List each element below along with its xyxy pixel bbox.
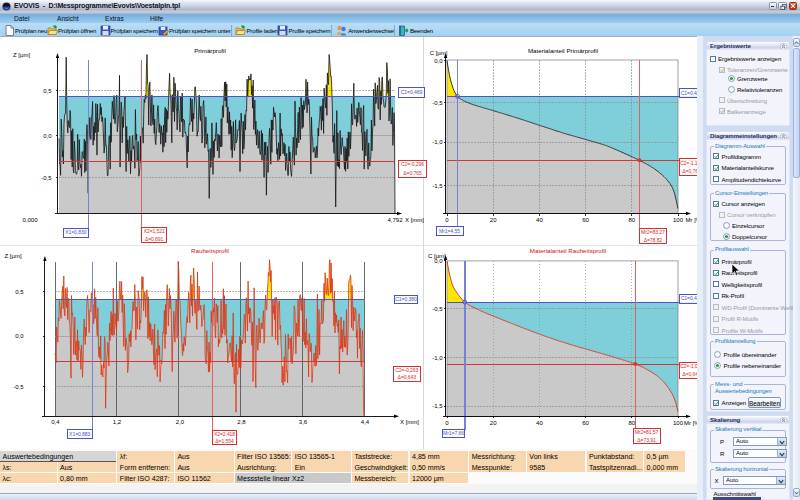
svg-text:0,0: 0,0 bbox=[434, 58, 443, 64]
svg-text:0: 0 bbox=[445, 217, 449, 223]
svg-text:40: 40 bbox=[536, 420, 543, 426]
svg-text:20: 20 bbox=[490, 217, 497, 223]
svg-text:C [µm]: C [µm] bbox=[428, 253, 446, 259]
svg-text:0,5: 0,5 bbox=[15, 289, 24, 295]
svg-text:60: 60 bbox=[582, 217, 589, 223]
svg-text:0,4: 0,4 bbox=[51, 419, 60, 425]
svg-text:60: 60 bbox=[582, 420, 589, 426]
svg-text:C2=-0,296: C2=-0,296 bbox=[401, 161, 424, 167]
svg-text:40: 40 bbox=[536, 217, 543, 223]
svg-text:X1=0,883: X1=0,883 bbox=[69, 431, 90, 437]
svg-text:Mr2=81,57: Mr2=81,57 bbox=[635, 429, 659, 435]
svg-text:Mr2=83,27: Mr2=83,27 bbox=[641, 229, 665, 235]
svg-text:-1,5: -1,5 bbox=[432, 403, 443, 409]
svg-text:Δ=0,691: Δ=0,691 bbox=[145, 236, 164, 242]
svg-text:3,6: 3,6 bbox=[299, 419, 308, 425]
svg-text:Materialanteil Primärprofil: Materialanteil Primärprofil bbox=[528, 47, 598, 54]
svg-text:X [mm]: X [mm] bbox=[405, 217, 424, 223]
svg-text:-0,5: -0,5 bbox=[432, 306, 443, 312]
svg-text:X [mm]: X [mm] bbox=[400, 419, 419, 425]
svg-text:-1,5: -1,5 bbox=[432, 183, 443, 189]
svg-text:Mr1=4,55: Mr1=4,55 bbox=[439, 228, 460, 234]
svg-text:Δ=0,765: Δ=0,765 bbox=[403, 170, 422, 176]
svg-text:-1,0: -1,0 bbox=[432, 139, 443, 145]
svg-text:Materialanteil Rauheitsprofil: Materialanteil Rauheitsprofil bbox=[530, 247, 606, 254]
svg-text:X2=2,418: X2=2,418 bbox=[214, 431, 235, 437]
svg-text:X1=0,830: X1=0,830 bbox=[65, 229, 86, 235]
svg-text:X2=1,521: X2=1,521 bbox=[144, 228, 165, 234]
svg-text:C1=0,469: C1=0,469 bbox=[401, 89, 423, 95]
svg-text:Δ=0,643: Δ=0,643 bbox=[398, 374, 417, 380]
svg-text:Mr1=7,66: Mr1=7,66 bbox=[443, 430, 464, 436]
svg-text:Δ=78,82: Δ=78,82 bbox=[644, 237, 663, 243]
svg-text:20: 20 bbox=[490, 420, 497, 426]
svg-text:-0,5: -0,5 bbox=[432, 100, 443, 106]
svg-text:0: 0 bbox=[445, 420, 449, 426]
svg-text:100: 100 bbox=[673, 420, 684, 426]
svg-text:2,8: 2,8 bbox=[237, 419, 246, 425]
svg-text:Δ=73,91: Δ=73,91 bbox=[637, 437, 656, 443]
svg-text:1,2: 1,2 bbox=[113, 419, 122, 425]
svg-text:-1,0: -1,0 bbox=[432, 355, 443, 361]
svg-text:Primärprofil: Primärprofil bbox=[194, 47, 226, 54]
svg-text:2,0: 2,0 bbox=[176, 419, 185, 425]
svg-text:C1=0,380: C1=0,380 bbox=[395, 296, 417, 302]
svg-text:4,4: 4,4 bbox=[361, 419, 370, 425]
svg-text:4,792: 4,792 bbox=[387, 217, 403, 223]
svg-text:100: 100 bbox=[673, 217, 684, 223]
svg-text:0,0: 0,0 bbox=[15, 333, 24, 339]
svg-text:80: 80 bbox=[628, 420, 635, 426]
svg-text:0,5: 0,5 bbox=[43, 88, 52, 94]
svg-text:0,000: 0,000 bbox=[22, 217, 38, 223]
svg-text:-0,5: -0,5 bbox=[41, 175, 52, 181]
svg-text:80: 80 bbox=[628, 217, 635, 223]
svg-text:0,0: 0,0 bbox=[43, 133, 52, 139]
svg-text:Δ=1,554: Δ=1,554 bbox=[215, 438, 234, 444]
svg-text:C [µm]: C [µm] bbox=[430, 50, 448, 56]
svg-text:C2=-0,263: C2=-0,263 bbox=[395, 367, 418, 373]
svg-text:Z [µm]: Z [µm] bbox=[13, 52, 30, 58]
svg-text:Z [µm]: Z [µm] bbox=[5, 253, 22, 259]
svg-text:-0,5: -0,5 bbox=[13, 384, 24, 390]
svg-text:Rauheitsprofil: Rauheitsprofil bbox=[191, 247, 229, 254]
